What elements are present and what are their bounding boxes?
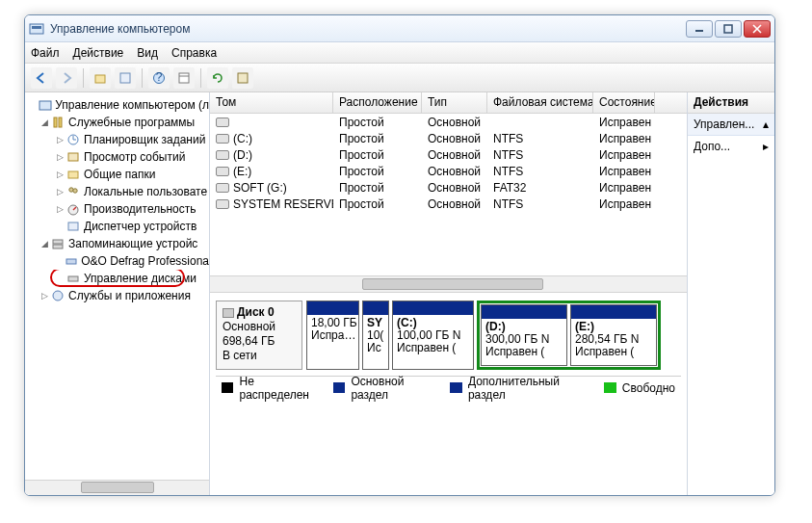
tree-local-users[interactable]: ▷Локальные пользовате (25, 183, 209, 200)
volume-header[interactable]: Том Расположение Тип Файловая система Со… (210, 92, 687, 114)
part-status: Исправен ( (575, 346, 652, 358)
refresh-button[interactable] (207, 67, 228, 89)
tree-label: Управление компьютером (л (55, 98, 209, 112)
menu-view[interactable]: Вид (137, 46, 158, 60)
partition[interactable]: (C:)100,00 ГБ NИсправен ( (392, 301, 474, 370)
actions-item-primary[interactable]: Управлен...▴ (688, 114, 774, 136)
partition[interactable]: SY10(Ис (362, 301, 389, 370)
close-button[interactable] (744, 20, 771, 38)
middle-pane: Том Расположение Тип Файловая система Со… (210, 92, 688, 495)
partition[interactable]: 18,00 ГБИспра… (306, 301, 359, 370)
maximize-button[interactable] (715, 20, 742, 38)
tree-storage[interactable]: ◢Запоминающие устройс (25, 235, 209, 252)
disk-row[interactable]: Диск 0 Основной 698,64 ГБ В сети 18,00 Г… (216, 301, 681, 370)
menu-help[interactable]: Справка (171, 46, 217, 60)
tree-services-apps[interactable]: ▷Службы и приложения (25, 287, 209, 304)
col-type[interactable]: Тип (422, 92, 487, 113)
disk-info[interactable]: Диск 0 Основной 698,64 ГБ В сети (216, 301, 302, 370)
tree-performance[interactable]: ▷Производительность (25, 200, 209, 218)
tree-system-tools[interactable]: ◢Служебные программы (25, 114, 209, 131)
col-volume[interactable]: Том (210, 92, 333, 113)
help-button[interactable]: ? (148, 67, 170, 89)
legend-primary-icon (333, 382, 345, 393)
scrollbar-thumb[interactable] (81, 482, 155, 493)
forward-button[interactable] (56, 67, 77, 89)
disk-icon (223, 308, 234, 318)
svg-rect-15 (59, 118, 62, 127)
volume-row[interactable]: (C:)ПростойОсновнойNTFSИсправен (210, 130, 687, 146)
part-label: (D:) (485, 320, 506, 333)
volume-row[interactable]: SOFT (G:)ПростойОсновнойFAT32Исправен (210, 179, 687, 196)
toolbar: ? (25, 64, 774, 92)
volume-row[interactable]: SYSTEM RESERVEDПростойОсновнойNTFSИсправ… (210, 196, 687, 212)
part-label: SY (367, 316, 382, 329)
col-status[interactable]: Состояние (593, 92, 655, 113)
svg-rect-20 (68, 171, 78, 178)
svg-rect-14 (54, 118, 57, 127)
legend: Не распределен Основной раздел Дополните… (216, 376, 681, 399)
volume-row[interactable]: (D:)ПростойОсновнойNTFSИсправен (210, 146, 687, 163)
titlebar[interactable]: Управление компьютером (25, 15, 774, 42)
tree-event-viewer[interactable]: ▷Просмотр событий (25, 148, 209, 166)
volume-row[interactable]: ПростойОсновнойИсправен (210, 114, 687, 130)
tree-oo-defrag[interactable]: O&O Defrag Professionа (25, 252, 209, 270)
up-button[interactable] (90, 67, 111, 89)
volume-hscrollbar[interactable] (210, 275, 687, 293)
svg-rect-25 (68, 222, 78, 230)
legend-primary: Основной раздел (351, 375, 440, 402)
collapse-icon: ▴ (763, 118, 769, 131)
svg-point-30 (53, 291, 63, 301)
tree-root[interactable]: Управление компьютером (л (25, 96, 209, 114)
actions-item-more[interactable]: Допо...▸ (688, 136, 774, 157)
back-button[interactable] (31, 67, 52, 89)
nav-tree[interactable]: Управление компьютером (л ◢Служебные про… (25, 92, 210, 495)
tree-device-manager[interactable]: Диспетчер устройств (25, 218, 209, 235)
part-label: (E:) (575, 320, 594, 333)
tree-label: Диспетчер устройств (84, 220, 196, 233)
svg-rect-6 (95, 75, 105, 83)
svg-rect-27 (53, 245, 63, 248)
tree-label: Службы и приложения (68, 289, 191, 302)
svg-point-22 (73, 189, 77, 193)
svg-rect-28 (66, 259, 76, 264)
col-layout[interactable]: Расположение (333, 92, 422, 113)
tree-label: Управление дисками (84, 272, 196, 285)
volume-row[interactable]: (E:)ПростойОсновнойNTFSИсправен (210, 163, 687, 179)
properties-button[interactable] (115, 67, 136, 89)
partition[interactable]: (E:)280,54 ГБ NИсправен ( (570, 304, 657, 366)
part-status: Исправен ( (397, 342, 469, 354)
svg-rect-19 (68, 153, 78, 161)
minimize-button[interactable] (686, 20, 713, 38)
volume-icon (216, 118, 229, 127)
disk-status: В сети (223, 349, 296, 362)
svg-rect-29 (68, 276, 78, 281)
chevron-right-icon: ▸ (763, 140, 769, 153)
legend-unalloc-icon (222, 382, 233, 393)
volume-icon (216, 183, 229, 193)
tree-hscrollbar[interactable] (25, 480, 210, 495)
volume-icon (216, 199, 229, 209)
menu-action[interactable]: Действие (73, 46, 124, 60)
svg-text:?: ? (156, 71, 163, 84)
svg-rect-26 (53, 240, 63, 244)
scrollbar-thumb[interactable] (362, 278, 543, 290)
partition[interactable]: (D:)300,00 ГБ NИсправен ( (481, 304, 567, 366)
view-button[interactable] (173, 67, 195, 89)
tree-label: Запоминающие устройс (68, 237, 197, 250)
disk-map: Диск 0 Основной 698,64 ГБ В сети 18,00 Г… (210, 293, 687, 495)
actions-header: Действия (688, 92, 774, 114)
settings-button[interactable] (232, 67, 253, 89)
window-title: Управление компьютером (50, 22, 686, 36)
tree-disk-management[interactable]: Управление дисками (25, 270, 209, 287)
tree-label: Локальные пользовате (84, 185, 207, 198)
app-icon (29, 21, 44, 37)
tree-shared-folders[interactable]: ▷Общие папки (25, 166, 209, 183)
menu-file[interactable]: Файл (31, 46, 60, 60)
volume-list-body[interactable]: ПростойОсновнойИсправен(C:)ПростойОсновн… (210, 114, 687, 275)
col-fs[interactable]: Файловая система (487, 92, 593, 113)
tree-task-scheduler[interactable]: ▷Планировщик заданий (25, 131, 209, 148)
actions-pane: Действия Управлен...▴ Допо...▸ (688, 92, 774, 495)
svg-rect-3 (724, 25, 732, 33)
part-status: Ис (367, 342, 384, 354)
legend-free-icon (604, 382, 616, 393)
